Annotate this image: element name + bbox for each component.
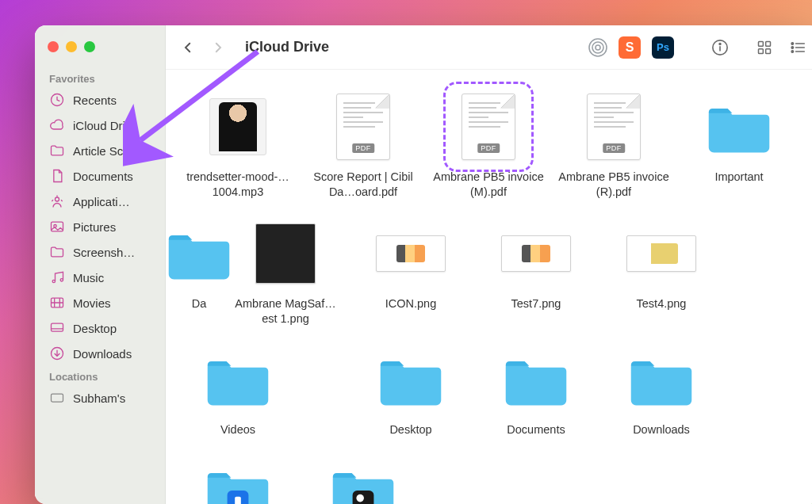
- file-label: Ambrane MagSaf…est 1.png: [228, 296, 343, 326]
- file-item[interactable]: Videos: [175, 338, 301, 450]
- file-item[interactable]: Test7.png: [473, 212, 599, 339]
- svg-point-15: [596, 45, 600, 50]
- file-thumbnail: [501, 345, 571, 414]
- sidebar-item-label: Applicati…: [73, 195, 130, 208]
- minimize-button[interactable]: [66, 41, 77, 52]
- file-item[interactable]: Test4.png: [599, 212, 724, 339]
- file-grid: trendsetter-mood-…1004.mp3PDFScore Repor…: [166, 70, 812, 504]
- file-item[interactable]: PDFAmbrane PB5 invoice (M).pdf: [426, 86, 551, 212]
- file-label: Videos: [220, 422, 255, 437]
- file-item[interactable]: Keynote: [175, 450, 301, 504]
- sidebar-item-label: Downloads: [73, 347, 132, 361]
- download-icon: [49, 346, 65, 361]
- file-item[interactable]: trendsetter-mood-…1004.mp3: [175, 86, 301, 212]
- sidebar-item-icloud-dri-[interactable]: iCloud Dri…: [43, 113, 157, 138]
- sidebar-item-label: Desktop: [73, 322, 117, 335]
- sidebar-item-label: Documents: [73, 170, 133, 183]
- sidebar-item-article-sc-[interactable]: Article Sc…: [43, 138, 157, 163]
- sidebar-item-recents[interactable]: Recents: [43, 87, 157, 113]
- toolbar: iCloud Drive S Ps: [166, 25, 812, 70]
- file-thumbnail: [251, 219, 320, 288]
- close-button[interactable]: [48, 41, 59, 52]
- file-label: Downloads: [633, 422, 690, 437]
- sidebar-item-music[interactable]: Music: [43, 265, 157, 290]
- file-item[interactable]: PDFScore Report | Cibil Da…oard.pdf: [301, 86, 426, 212]
- svg-rect-10: [52, 323, 63, 331]
- svg-point-5: [60, 279, 63, 281]
- file-item[interactable]: PDFAmbrane PB5 invoice (R).pdf: [551, 86, 676, 212]
- desktop-icon: [49, 320, 65, 336]
- sidebar-item-movies[interactable]: Movies: [43, 290, 157, 315]
- file-label: ICON.png: [385, 296, 436, 311]
- svg-rect-32: [235, 497, 241, 504]
- file-thumbnail: [626, 219, 696, 288]
- sidebar-section-heading: Locations: [43, 366, 157, 385]
- cloud-icon: [49, 117, 65, 133]
- file-label: Desktop: [389, 422, 431, 437]
- svg-rect-24: [766, 48, 771, 53]
- svg-point-27: [791, 46, 794, 48]
- sidebar-item-label: Article Sc…: [73, 144, 135, 158]
- music-icon: [49, 269, 65, 285]
- main-area: iCloud Drive S Ps trendsetter-mood-…100: [166, 25, 812, 504]
- file-item[interactable]: [301, 338, 348, 450]
- file-label: Da: [192, 296, 207, 311]
- file-thumbnail: PDF: [454, 92, 523, 162]
- file-thumbnail: [328, 456, 398, 504]
- file-label: trendsetter-mood-…1004.mp3: [180, 170, 296, 200]
- sidebar-item-screensh-[interactable]: Screensh…: [43, 239, 157, 265]
- sidebar-item-downloads[interactable]: Downloads: [43, 341, 157, 366]
- sidebar-item-label: Screensh…: [73, 246, 135, 259]
- file-item[interactable]: Documents: [473, 338, 599, 450]
- file-label: Score Report | Cibil Da…oard.pdf: [305, 170, 421, 200]
- sidebar-item-label: Pictures: [73, 220, 116, 234]
- file-label: Test7.png: [511, 296, 561, 311]
- app-icon: [49, 193, 65, 209]
- sidebar-item-subham-s[interactable]: Subham's: [43, 385, 157, 410]
- back-button[interactable]: [178, 38, 197, 57]
- file-label: Important: [714, 170, 763, 185]
- forward-button[interactable]: [209, 38, 228, 57]
- file-thumbnail: PDF: [328, 92, 398, 162]
- svg-rect-21: [759, 41, 764, 46]
- svg-point-25: [791, 42, 794, 44]
- sidebar-item-applicati-[interactable]: Applicati…: [43, 189, 157, 214]
- file-item[interactable]: Ambrane MagSaf…est 1.png: [223, 212, 348, 339]
- svg-rect-14: [52, 394, 63, 402]
- file-item[interactable]: Desktop: [348, 338, 473, 450]
- file-label: Ambrane PB5 invoice (R).pdf: [556, 170, 672, 200]
- app-icon-s[interactable]: S: [619, 36, 641, 59]
- info-button[interactable]: [710, 38, 730, 57]
- file-thumbnail: [704, 92, 774, 162]
- svg-point-34: [356, 494, 364, 502]
- finder-window: FavoritesRecentsiCloud Dri…Article Sc…Do…: [35, 25, 812, 504]
- list-view-button[interactable]: [788, 38, 807, 57]
- sidebar-item-label: Recents: [73, 94, 117, 107]
- file-thumbnail: [501, 219, 571, 288]
- sidebar-item-label: Music: [73, 271, 104, 284]
- sidebar-item-desktop[interactable]: Desktop: [43, 315, 157, 341]
- file-item[interactable]: Downloads: [599, 338, 724, 450]
- sidebar-item-label: iCloud Dri…: [73, 119, 137, 132]
- icon-view-button[interactable]: [755, 38, 774, 57]
- sidebar-item-pictures[interactable]: Pictures: [43, 214, 157, 239]
- image-icon: [49, 219, 65, 235]
- drive-icon: [49, 390, 65, 406]
- svg-point-20: [719, 43, 721, 44]
- file-thumbnail: [203, 92, 273, 162]
- svg-rect-22: [766, 41, 771, 46]
- file-item[interactable]: Da: [175, 212, 223, 339]
- file-label: Ambrane PB5 invoice (M).pdf: [431, 170, 546, 200]
- file-item[interactable]: ICON.png: [348, 212, 473, 339]
- sidebar-item-documents[interactable]: Documents: [43, 163, 157, 189]
- file-thumbnail: [203, 345, 273, 414]
- file-item[interactable]: Important: [676, 86, 802, 212]
- folder-icon: [49, 244, 65, 260]
- window-controls: [43, 35, 157, 68]
- fullscreen-button[interactable]: [84, 41, 95, 52]
- app-icon-ps[interactable]: Ps: [652, 36, 674, 59]
- svg-point-1: [56, 197, 59, 201]
- file-item[interactable]: Listy: [301, 450, 426, 504]
- svg-point-16: [592, 42, 603, 53]
- airdrop-icon[interactable]: [588, 38, 607, 57]
